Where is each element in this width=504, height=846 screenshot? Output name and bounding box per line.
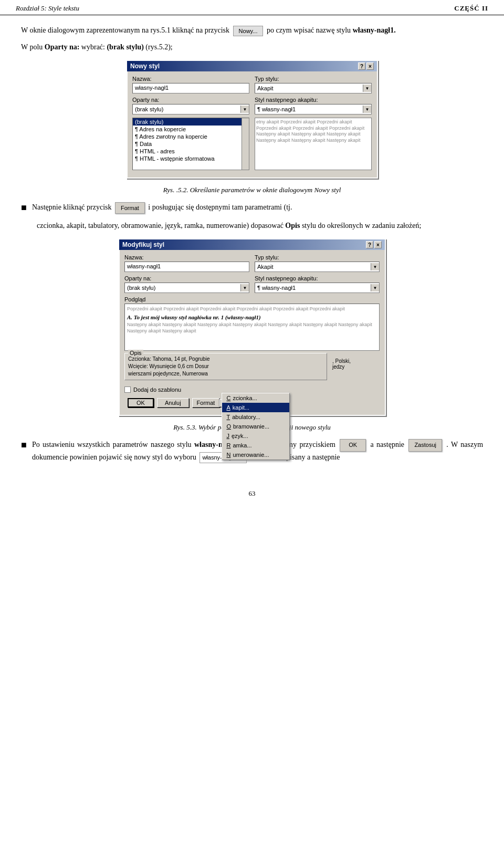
dialog2-opis-container: Opis Czcionka: Tahoma, 14 pt, Pogrubie W… [124,353,327,383]
dialog2-oparty-dropdown[interactable]: (brak stylu) ▼ [124,283,249,293]
p2-bold1: Oparty na: [45,43,80,51]
p2-text: W polu [21,43,43,51]
dialog2-nazwa-input[interactable]: własny-nagł1 [124,262,249,272]
part-title: CZĘŚĆ II [454,4,488,13]
popup-akapit[interactable]: Akapit... [222,403,289,412]
dialog2-nastepny-col: Styl następnego akapitu: ¶ własny-nagł1 … [255,275,380,293]
dialog1-nastepny-dropdown[interactable]: ¶ własny-nagł1 ▼ [255,104,372,114]
preview-after-text: Następny akapit Następny akapit Następny… [127,322,377,334]
dialog2-checkbox[interactable] [124,387,131,393]
preview-main-text: A. To jest mój własny styl nagłówka nr. … [127,314,377,321]
bullet-paragraph-1: ■ Następnie kliknąć przycisk Format i po… [21,202,483,215]
dialog2-typ-label: Typ stylu: [255,254,380,260]
dialog2-help-button[interactable]: ? [366,241,373,248]
dialog2-close-button[interactable]: × [374,241,382,248]
dialog1-nazwa-label: Nazwa: [132,76,249,82]
dialog1-title-text: Nowy styl [130,62,160,70]
dialog2-podglad-label: Podgląd [124,296,380,302]
dialog2-checkbox-row: Dodaj do szablonu [124,387,380,393]
dialog2-nastepny-dropdown[interactable]: ¶ własny-nagł1 ▼ [255,283,380,293]
caption-rys52: Rys. .5.2. Określanie parametrów w oknie… [21,186,483,194]
dialog2-anuluj-button[interactable]: Anuluj [157,398,189,408]
dialog2-format-container: Format ▼ Czcionka... Akapit... Tabulato [192,398,227,408]
ok-button-inline[interactable]: OK [340,439,366,452]
list-item-html-adres[interactable]: ¶ HTML - adres [133,148,249,155]
dialog1-list-container: (brak stylu) ¶ Adres na kopercie ¶ Adres… [132,118,249,170]
popup-ramka-label: R [226,442,230,448]
dialog1-nastepny-label: Styl następnego akapitu: [255,97,372,103]
list-item-data[interactable]: ¶ Data [133,140,249,148]
dialog1-typ-dropdown[interactable]: Akapit ▼ [255,83,372,93]
page-header: Rozdział 5: Style tekstu CZĘŚĆ II [0,0,504,15]
dialog1-nazwa-input[interactable]: własny-nagł1 [132,83,249,93]
popup-czcionka-label: C [226,395,230,401]
zastosuj-button-inline[interactable]: Zastosuj [408,439,442,452]
p1-bold: własny-nagł1. [353,26,396,34]
popup-czcionka[interactable]: Czcionka... [222,393,289,403]
dialog1-oparty-arrow[interactable]: ▼ [240,106,249,113]
dialog1-preview-text: etny akapit Poprzedni akapit Poprzedni a… [255,118,372,170]
dialog2-title-text: Modyfikuj styl [122,241,164,248]
p1-text: W oknie dialogowym zaprezentowanym na ry… [21,26,229,34]
dialog2-opis-label: Opis [128,350,143,356]
bullet1-text: Następnie kliknąć przycisk Format i posł… [32,202,292,214]
dialog2-row1: Nazwa: własny-nagł1 Typ stylu: Akapit ▼ [124,254,380,272]
popup-jezyk[interactable]: Język... [222,431,289,441]
dialog1-close-button[interactable]: × [366,62,374,70]
format-button-inline1[interactable]: Format [115,202,145,214]
dialog2-nastepny-label: Styl następnego akapitu: [255,275,380,281]
dialog1-typ-arrow[interactable]: ▼ [363,85,371,92]
popup-tabulatory[interactable]: Tabulatory... [222,412,289,422]
dialog2-typ-arrow[interactable]: ▼ [371,263,379,270]
dialog2-typ-dropdown[interactable]: Akapit ▼ [255,262,380,272]
list-item-adres-koperta[interactable]: ¶ Adres na kopercie [133,126,249,133]
popup-jezyk-label: J [226,433,229,439]
dialog1-body: Nazwa: własny-nagł1 Typ stylu: Akapit ▼ [127,71,377,177]
dialog1-right-panel: etny akapit Poprzedni akapit Poprzedni a… [255,118,372,170]
dialog2-title-buttons: ? × [366,241,382,248]
bullet1-pre: Następnie kliknąć przycisk [32,203,112,211]
dialog1-row3: (brak stylu) ¶ Adres na kopercie ¶ Adres… [132,118,372,170]
dialog2-wrapper: Modyfikuj styl ? × Nazwa: własny-nagł1 [21,238,483,416]
preview-before-text: Poprzedni akapit Poprzedni akapit Poprze… [127,306,377,312]
dialog1-help-button[interactable]: ? [358,62,365,70]
dialog2-opis-text: Czcionka: Tahoma, 14 pt, Pogrubie Wcięci… [128,356,323,378]
dialog1-nazwa-col: Nazwa: własny-nagł1 [132,76,249,93]
popup-obramowanie[interactable]: Obramowanie... [222,422,289,431]
dialog1-nastepny-col: Styl następnego akapitu: ¶ własny-nagł1 … [255,97,372,114]
format-popup-menu: Czcionka... Akapit... Tabulatory... Obra… [222,393,290,460]
main-content: W oknie dialogowym zaprezentowanym na ry… [0,25,504,479]
popup-numerowanie[interactable]: Numerowanie... [222,450,289,459]
dialog2-preview-box: Poprzedni akapit Poprzedni akapit Poprze… [124,304,380,351]
dialog2-oparty-label: Oparty na: [124,275,249,281]
dialog2-oparty-col: Oparty na: (brak stylu) ▼ [124,275,249,293]
p2-after: wybrać: [81,43,107,51]
dialog2-format-button[interactable]: Format [192,398,220,408]
dialog1-style-list[interactable]: (brak stylu) ¶ Adres na kopercie ¶ Adres… [132,118,249,170]
dialog1-nastepny-arrow[interactable]: ▼ [363,106,371,113]
dialog2-title-bar: Modyfikuj styl ? × [119,239,385,250]
dialog2-checkbox-label: Dodaj do szablonu [133,387,181,393]
popup-tabulatory-label: T [226,414,230,420]
popup-ramka[interactable]: Ramka... [222,441,289,450]
dialog2-nazwa-label: Nazwa: [124,254,249,260]
dialog1-oparty-col: Oparty na: (brak stylu) ▼ [132,97,249,114]
dialog2-opis-box: Opis Czcionka: Tahoma, 14 pt, Pogrubie W… [124,353,327,380]
p3-end: stylu do określonych w zadaniu założeń; [302,222,421,229]
popup-akapit-label: A [226,404,230,411]
dialog1-title-bar: Nowy styl ? × [127,61,377,71]
bullet-icon: ■ [21,201,27,215]
dialog2-nazwa-col: Nazwa: własny-nagł1 [124,254,249,272]
dialog2-nastepny-arrow[interactable]: ▼ [371,284,379,291]
p2-end: (rys.5.2); [145,43,172,51]
dialog2-ok-button[interactable]: OK [128,398,154,408]
list-item-adres-zwrotny[interactable]: ¶ Adres zwrotny na kopercie [133,133,249,140]
paragraph-1: W oknie dialogowym zaprezentowanym na ry… [21,25,483,36]
nowy-button-inline[interactable]: Nowy... [233,26,264,37]
dialog1-list-scrollbar[interactable] [242,118,249,170]
dialog2-oparty-arrow[interactable]: ▼ [240,284,249,291]
list-item-brak-stylu[interactable]: (brak stylu) [133,118,249,126]
dialog2-opis-extra: , Polski,jedzy [332,358,380,370]
dialog1-oparty-dropdown[interactable]: (brak stylu) ▼ [132,104,249,114]
list-item-html-wstepnie[interactable]: ¶ HTML - wstępnie sformatowa [133,155,249,162]
